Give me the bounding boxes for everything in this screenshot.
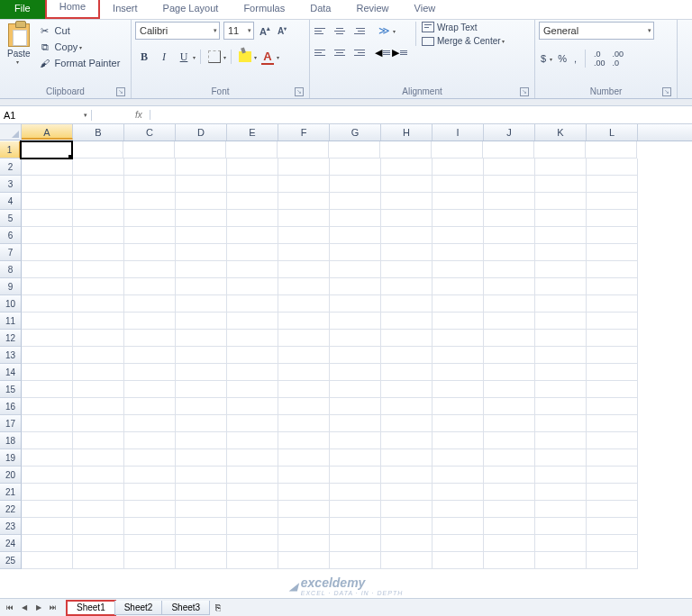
borders-button[interactable] (205, 48, 223, 66)
cell-B10[interactable] (73, 295, 124, 313)
cell-G8[interactable] (330, 261, 381, 278)
cell-C17[interactable] (124, 415, 176, 432)
cell-C13[interactable] (124, 347, 176, 364)
cell-L17[interactable] (587, 415, 638, 432)
cell-I19[interactable] (432, 449, 484, 467)
cell-B3[interactable] (73, 176, 124, 193)
cell-I12[interactable] (432, 330, 484, 347)
cell-H12[interactable] (381, 330, 432, 347)
cell-C5[interactable] (124, 210, 176, 227)
row-header-17[interactable]: 17 (0, 415, 22, 432)
cell-H5[interactable] (381, 210, 432, 227)
cell-E11[interactable] (227, 313, 278, 330)
row-header-7[interactable]: 7 (0, 244, 22, 261)
cell-G17[interactable] (330, 415, 381, 432)
comma-format-button[interactable]: , (572, 51, 578, 66)
cell-B20[interactable] (73, 467, 124, 484)
cell-K17[interactable] (535, 415, 587, 432)
cell-I18[interactable] (432, 432, 484, 449)
cell-L19[interactable] (587, 449, 638, 467)
cell-B22[interactable] (73, 501, 124, 518)
cell-F18[interactable] (278, 432, 330, 449)
cell-F3[interactable] (278, 176, 330, 193)
cell-F14[interactable] (278, 364, 330, 381)
cell-E4[interactable] (227, 193, 278, 210)
cell-B21[interactable] (73, 484, 124, 501)
cell-J7[interactable] (484, 244, 535, 261)
font-name-combo[interactable]: Calibri▾ (135, 22, 220, 40)
row-header-16[interactable]: 16 (0, 398, 22, 415)
cell-H16[interactable] (381, 398, 432, 415)
cell-F1[interactable] (278, 141, 329, 159)
underline-dropdown-icon[interactable]: ▾ (193, 54, 196, 60)
cell-E5[interactable] (227, 210, 278, 227)
cell-I21[interactable] (432, 484, 484, 501)
sheet-nav-prev[interactable]: ◀ (18, 602, 31, 614)
format-painter-button[interactable]: 🖌 Format Painter (37, 56, 123, 70)
cell-H7[interactable] (381, 244, 432, 261)
cell-B7[interactable] (73, 244, 124, 261)
cell-I5[interactable] (432, 210, 484, 227)
cell-J18[interactable] (484, 432, 535, 449)
cell-G9[interactable] (330, 278, 381, 295)
column-header-B[interactable]: B (73, 124, 124, 140)
cell-E23[interactable] (227, 518, 278, 535)
cell-G3[interactable] (330, 176, 381, 193)
cell-K16[interactable] (535, 398, 587, 415)
cell-F21[interactable] (278, 484, 330, 501)
cell-J16[interactable] (484, 398, 535, 415)
cell-H3[interactable] (381, 176, 432, 193)
cell-A13[interactable] (22, 347, 73, 364)
font-color-dropdown-icon[interactable]: ▾ (277, 54, 279, 60)
cell-K12[interactable] (535, 330, 587, 347)
row-header-1[interactable]: 1 (0, 141, 21, 159)
cell-J15[interactable] (484, 381, 535, 398)
cell-C11[interactable] (124, 313, 176, 330)
cell-D1[interactable] (175, 141, 226, 159)
cell-J5[interactable] (484, 210, 535, 227)
cell-K15[interactable] (535, 381, 587, 398)
cell-J3[interactable] (484, 176, 535, 193)
cell-L11[interactable] (587, 313, 638, 330)
font-size-combo[interactable]: 11▾ (223, 22, 254, 40)
cell-I11[interactable] (432, 313, 484, 330)
cell-H9[interactable] (381, 278, 432, 295)
sheet-nav-last[interactable]: ⏭ (47, 602, 59, 614)
accounting-dropdown-icon[interactable]: ▾ (550, 56, 552, 62)
cell-L3[interactable] (587, 176, 638, 193)
cell-F19[interactable] (278, 449, 330, 467)
cell-D6[interactable] (176, 227, 227, 244)
name-box[interactable]: A1▾ (0, 110, 92, 121)
cell-L6[interactable] (587, 227, 638, 244)
cell-G7[interactable] (330, 244, 381, 261)
cell-B24[interactable] (73, 535, 124, 552)
cell-A23[interactable] (22, 518, 73, 535)
cell-K24[interactable] (535, 535, 587, 552)
cell-L5[interactable] (587, 210, 638, 227)
cell-D22[interactable] (176, 501, 227, 518)
cell-E19[interactable] (227, 449, 278, 467)
cell-D17[interactable] (176, 415, 227, 432)
new-sheet-button[interactable]: ⎘ (209, 601, 227, 615)
cell-D24[interactable] (176, 535, 227, 552)
cell-B13[interactable] (73, 347, 124, 364)
cell-A11[interactable] (22, 313, 73, 330)
cell-G20[interactable] (330, 467, 381, 484)
cell-L14[interactable] (587, 364, 638, 381)
cell-L15[interactable] (587, 381, 638, 398)
cell-H25[interactable] (381, 552, 432, 569)
cell-E6[interactable] (227, 227, 278, 244)
cell-C22[interactable] (124, 501, 176, 518)
cell-H21[interactable] (381, 484, 432, 501)
cell-I2[interactable] (432, 159, 484, 176)
cell-C9[interactable] (124, 278, 176, 295)
row-header-12[interactable]: 12 (0, 330, 22, 347)
cell-F15[interactable] (278, 381, 330, 398)
cell-E15[interactable] (227, 381, 278, 398)
cell-D18[interactable] (176, 432, 227, 449)
cell-L1[interactable] (586, 141, 637, 159)
cell-K14[interactable] (535, 364, 587, 381)
increase-font-button[interactable]: A▴ (258, 23, 272, 39)
cell-J6[interactable] (484, 227, 535, 244)
cell-D19[interactable] (176, 449, 227, 467)
